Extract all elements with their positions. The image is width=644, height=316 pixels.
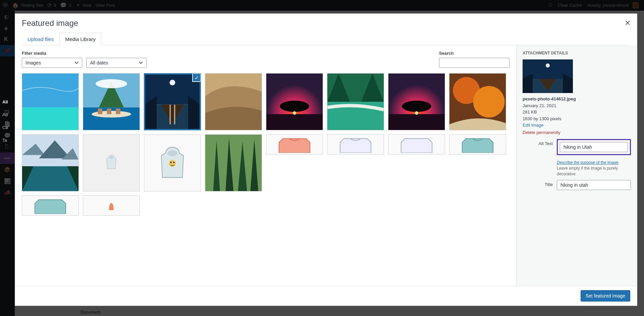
file-date: January 21, 2021 <box>523 103 556 108</box>
thumbnail[interactable] <box>327 73 384 130</box>
tabs: Upload files Media Library <box>22 33 630 45</box>
preview-image <box>523 59 573 93</box>
set-featured-button[interactable]: Set featured image <box>581 290 630 302</box>
thumbnail[interactable] <box>266 73 323 130</box>
svg-point-43 <box>109 156 113 159</box>
subnav-tags[interactable]: Ta <box>2 138 7 143</box>
svg-point-55 <box>546 63 550 67</box>
attachment-details: ATTACHMENT DETAILS pexels-photo-414612.j… <box>516 45 637 286</box>
alt-label: Alt Text <box>523 139 553 146</box>
title-label: Title <box>523 180 553 187</box>
thumbnail-selected[interactable]: ✓ <box>144 73 201 130</box>
thumbnail[interactable] <box>205 134 262 191</box>
thumbnail[interactable] <box>449 73 506 130</box>
alt-description: Describe the purpose of the image. Leave… <box>557 160 631 177</box>
svg-point-46 <box>170 162 172 163</box>
svg-point-47 <box>173 162 175 163</box>
svg-rect-0 <box>22 74 78 107</box>
thumbnail[interactable] <box>83 195 140 216</box>
svg-point-9 <box>96 79 127 88</box>
modal-title: Featured image <box>22 18 630 28</box>
tab-upload[interactable]: Upload files <box>22 33 59 45</box>
filter-group: Filter media Images All dates <box>22 51 149 68</box>
svg-rect-6 <box>98 108 102 114</box>
filename: pexels-photo-414612.jpeg <box>523 96 631 102</box>
filter-label: Filter media <box>22 51 149 56</box>
type-select[interactable]: Images <box>22 58 82 68</box>
subnav-categories[interactable]: Ca <box>2 125 8 130</box>
media-modal: ✕ Featured image Upload files Media Libr… <box>15 13 637 306</box>
alt-highlight-box <box>557 139 631 155</box>
subnav-all-posts[interactable]: All <box>2 99 8 104</box>
thumbnail[interactable] <box>205 73 262 130</box>
tab-library[interactable]: Media Library <box>59 33 101 45</box>
svg-rect-8 <box>116 108 120 114</box>
subnav-add-new[interactable]: Ad <box>2 112 8 117</box>
svg-rect-20 <box>266 114 323 130</box>
search-group: Search <box>439 51 509 68</box>
thumbnail[interactable] <box>388 134 445 154</box>
svg-rect-14 <box>170 104 171 124</box>
svg-point-44 <box>167 150 177 156</box>
media-main: Filter media Images All dates Search <box>15 45 516 286</box>
svg-point-12 <box>170 80 175 85</box>
svg-rect-29 <box>388 114 445 130</box>
svg-point-23 <box>293 111 296 115</box>
svg-rect-1 <box>22 107 78 130</box>
svg-rect-7 <box>107 108 111 114</box>
file-dims: 1830 by 1300 pixels <box>523 116 561 121</box>
delete-link[interactable]: Delete permanently <box>523 129 631 136</box>
svg-point-35 <box>473 86 505 118</box>
thumbnail[interactable] <box>449 134 506 154</box>
alt-input[interactable] <box>560 142 628 152</box>
svg-rect-15 <box>174 104 175 124</box>
date-select[interactable]: All dates <box>86 58 147 68</box>
thumbnail[interactable] <box>388 73 445 130</box>
thumbnail[interactable] <box>83 73 140 130</box>
modal-footer: Set featured image <box>15 286 637 306</box>
thumbnail[interactable] <box>144 134 201 191</box>
search-input[interactable] <box>439 58 509 68</box>
thumbnail[interactable] <box>327 134 384 154</box>
thumbnail[interactable] <box>266 134 323 154</box>
check-icon: ✓ <box>192 73 201 82</box>
details-heading: ATTACHMENT DETAILS <box>523 51 631 55</box>
title-input[interactable] <box>557 180 631 190</box>
svg-point-32 <box>415 111 418 115</box>
thumbnail[interactable] <box>22 134 79 191</box>
search-label: Search <box>439 51 509 56</box>
alt-desc-link[interactable]: Describe the purpose of the image <box>557 160 618 165</box>
thumbnail[interactable] <box>22 195 79 216</box>
thumbnail-grid: ✓ <box>22 73 509 216</box>
file-size: 281 KB <box>523 109 537 115</box>
thumbnail[interactable] <box>83 134 140 191</box>
thumbnail[interactable] <box>22 73 79 130</box>
attachment-meta: pexels-photo-414612.jpeg January 21, 202… <box>523 96 631 136</box>
edit-image-link[interactable]: Edit Image <box>523 123 543 128</box>
